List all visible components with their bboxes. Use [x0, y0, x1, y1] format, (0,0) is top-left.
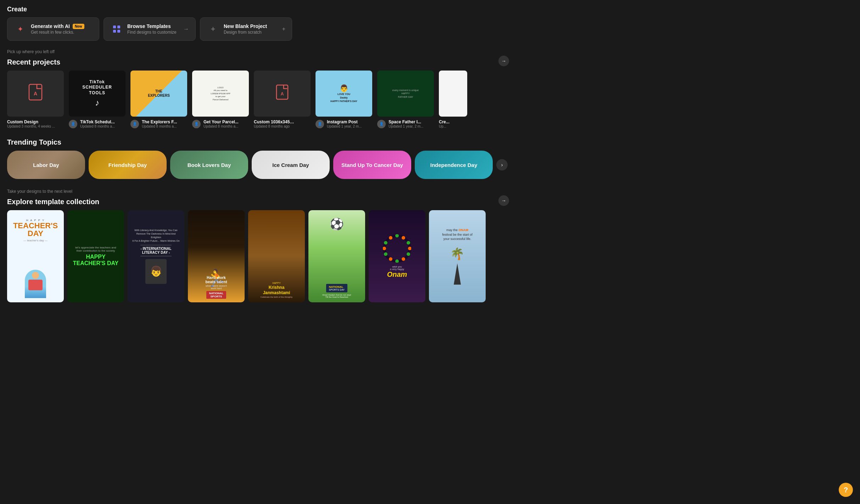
explore-breadcrumb: Explore template collection	[7, 198, 498, 206]
project-date: Updated 3 months, 4 weeks ...	[7, 124, 55, 128]
project-details: Custom 1036x3456 ... Updated 8 months ag…	[254, 119, 296, 128]
project-info: 👤 Get Your Parcel... Updated 8 months a.…	[192, 119, 249, 128]
project-card[interactable]: 👨 LOVE YOUDaddyHAPPY FATHER'S DAY 👤 Inst…	[315, 71, 372, 128]
avatar: 👤	[192, 120, 201, 128]
trending-card-booklovers[interactable]: Book Lovers Day	[170, 151, 248, 179]
tiktok-icon: ♪	[95, 98, 99, 108]
project-name: TikTok Schedul...	[80, 119, 115, 124]
project-name: Space Father I...	[389, 119, 423, 124]
thumb-custom2: A	[254, 71, 311, 117]
svg-rect-2	[113, 30, 116, 33]
national-text: NATIONAL	[329, 285, 345, 289]
project-card[interactable]: THEEXPLORERS 👤 The Explorers F... Update…	[130, 71, 187, 128]
recent-header: Recent projects →	[7, 56, 509, 66]
trending-card-friendship[interactable]: Friendship Day	[89, 151, 167, 179]
krishna-sub: Celebrate the birth of the Almighty	[261, 296, 292, 298]
plus-icon: +	[207, 23, 219, 35]
trending-label-friendship: Friendship Day	[103, 162, 152, 168]
project-thumb: A	[254, 71, 311, 117]
browse-templates-arrow: →	[183, 26, 189, 32]
project-details: Instagram Post Updated 1 year, 2 m...	[327, 119, 362, 128]
teacher-title: TEACHER'SDAY	[13, 222, 58, 237]
svg-text:A: A	[281, 91, 284, 96]
project-card[interactable]: TikTokSCHEDULERTOOLS ♪ 👤 TikTok Schedul.…	[69, 71, 125, 128]
sports-bg: ⚽ NATIONAL SPORTS DAY Arise! Awake! And …	[308, 210, 365, 302]
generate-ai-text: Generate with AI New Get result in few c…	[31, 23, 84, 35]
project-card[interactable]: every moment is uniqueHAPPYFATHER DAY 👤 …	[377, 71, 434, 128]
recent-title: Recent projects	[7, 58, 60, 66]
svg-point-17	[384, 252, 387, 256]
trending-card-labor[interactable]: Labor Day	[7, 151, 85, 179]
instagram-text: LOVE YOUDaddyHAPPY FATHER'S DAY	[330, 93, 357, 103]
father-text: every moment is uniqueHAPPYFATHER DAY	[392, 89, 419, 98]
project-date: Updated 8 months a...	[80, 124, 115, 128]
file-icon: A	[28, 84, 43, 104]
trending-label-booklovers: Book Lovers Day	[182, 162, 237, 168]
svg-point-19	[384, 241, 387, 245]
onam-bg: wish you a very happy Onam	[369, 210, 425, 302]
svg-rect-3	[117, 30, 120, 33]
trending-card-icecream[interactable]: Ice Cream Day	[252, 151, 330, 179]
generate-ai-subtitle: Get result in few clicks.	[31, 30, 84, 35]
template-card-sports[interactable]: ⚽ NATIONAL SPORTS DAY Arise! Awake! And …	[308, 210, 365, 302]
browse-templates-text: Browse Templates Find designs to customi…	[127, 23, 177, 35]
template-card-teacher1[interactable]: H A P P Y TEACHER'SDAY — teacher's day —	[7, 210, 64, 302]
project-details: Custom Design Updated 3 months, 4 weeks …	[7, 119, 55, 128]
project-card[interactable]: A Custom Design Updated 3 months, 4 week…	[7, 71, 64, 128]
thumb-instagram: 👨 LOVE YOUDaddyHAPPY FATHER'S DAY	[315, 71, 372, 117]
teacher-subtitle: — teacher's day —	[23, 239, 48, 242]
explorer-text: THEEXPLORERS	[148, 89, 170, 98]
trending-card-cancer[interactable]: Stand Up To Cancer Day	[333, 151, 411, 179]
browse-icon	[110, 23, 123, 35]
svg-rect-0	[113, 26, 116, 28]
onam-title: Onam	[387, 270, 407, 279]
trending-row: Labor Day Friendship Day Book Lovers Day…	[7, 151, 509, 179]
template-card-hardwork[interactable]: 🏃 Hard workbeats talent when talent does…	[188, 210, 245, 302]
trending-card-independence[interactable]: Independence Day	[415, 151, 493, 179]
browse-templates-card[interactable]: Browse Templates Find designs to customi…	[104, 17, 196, 41]
project-name: Instagram Post	[327, 119, 362, 124]
literacy-title: - INTERNATIONALLITERACY DAY -	[140, 245, 171, 256]
project-details: Space Father I... Updated 1 year, 2 m...	[389, 119, 423, 128]
explore-nav-btn[interactable]: →	[498, 195, 509, 206]
figure-head	[32, 272, 39, 279]
trending-section: Trending Topics Labor Day Friendship Day…	[7, 138, 509, 179]
generate-ai-card[interactable]: ✦ Generate with AI New Get result in few…	[7, 17, 99, 41]
new-blank-card[interactable]: + New Blank Project Design from scratch …	[200, 17, 292, 41]
projects-row: A Custom Design Updated 3 months, 4 week…	[7, 71, 509, 128]
template-card-teacher2[interactable]: let's appreciate the teachers andtheir c…	[67, 210, 124, 302]
palm-icon: 🌴	[450, 247, 464, 261]
breadcrumb-area: Recent projects	[7, 58, 498, 66]
template-card-onam2[interactable]: may the ONAMfestival be the start ofyour…	[429, 210, 486, 302]
national-badge: NATIONAL SPORTS DAY	[326, 284, 347, 292]
project-card[interactable]: Cre... Up...	[439, 71, 467, 128]
project-card[interactable]: A Custom 1036x3456 ... Updated 8 months …	[254, 71, 311, 128]
trending-label-independence: Independence Day	[425, 162, 483, 168]
project-date: Updated 8 months ago	[254, 124, 296, 128]
recent-nav-btn[interactable]: →	[498, 56, 509, 66]
project-name: Get Your Parcel...	[203, 119, 239, 124]
sports-tagline: Arise! Awake! And do not stop!Till the G…	[322, 294, 351, 298]
trending-label-cancer: Stand Up To Cancer Day	[336, 162, 409, 168]
project-details: TikTok Schedul... Updated 8 months a...	[80, 119, 115, 128]
project-thumb	[439, 71, 467, 117]
template-card-onam[interactable]: wish you a very happy Onam	[369, 210, 425, 302]
project-card[interactable]: LOGOAll you need isLOREM IPSUM APPto get…	[192, 71, 249, 128]
thumb-explorers: THEEXPLORERS	[130, 71, 187, 117]
project-thumb: 👨 LOVE YOUDaddyHAPPY FATHER'S DAY	[315, 71, 372, 117]
trending-next-btn[interactable]: ›	[496, 159, 508, 170]
project-date: Updated 1 year, 2 m...	[389, 124, 423, 128]
project-info: Custom Design Updated 3 months, 4 weeks …	[7, 119, 64, 128]
template-card-literacy[interactable]: With Literacy And Knowledge, You CanRemo…	[128, 210, 184, 302]
teacher2-title: HAPPYTEACHER'S DAY	[73, 254, 119, 266]
svg-rect-1	[117, 26, 120, 28]
project-thumb: THEEXPLORERS	[130, 71, 187, 117]
template-visual-teacher1: H A P P Y TEACHER'SDAY — teacher's day —	[7, 210, 64, 302]
new-blank-arrow: +	[282, 26, 285, 32]
project-info: 👤 The Explorers F... Updated 8 months a.…	[130, 119, 187, 128]
project-info: Custom 1036x3456 ... Updated 8 months ag…	[254, 119, 311, 128]
template-card-krishna[interactable]: HAPPY KrishnaJanmashtami Celebrate the b…	[248, 210, 305, 302]
recent-projects-section: Pick up where you left off Recent projec…	[7, 49, 509, 128]
generate-ai-title: Generate with AI New	[31, 23, 84, 29]
krishna-bg: HAPPY KrishnaJanmashtami Celebrate the b…	[248, 210, 305, 302]
